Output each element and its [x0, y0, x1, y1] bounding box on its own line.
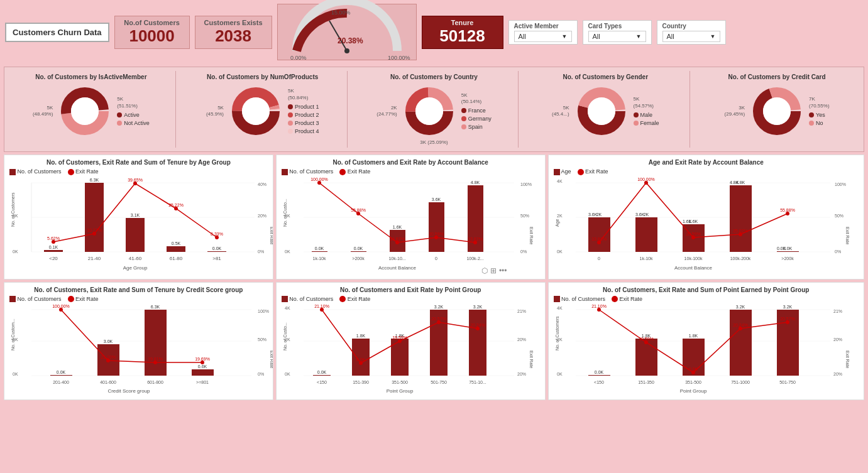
- expand-icon[interactable]: ⊞: [490, 266, 497, 275]
- svg-text:13.82%: 13.82%: [468, 237, 483, 241]
- svg-text:50%: 50%: [520, 214, 529, 218]
- filter-card-types-select[interactable]: All ▼: [588, 31, 646, 42]
- donut-gender-left: 5K(45.4...): [552, 105, 569, 118]
- svg-line-0: [329, 21, 347, 51]
- legend-exit-earned: Exit Rate: [612, 296, 642, 303]
- svg-text:61-80: 61-80: [170, 256, 183, 261]
- chevron-down-icon-2: ▼: [636, 33, 642, 40]
- svg-text:6.3K: 6.3K: [90, 178, 99, 182]
- legend-exit-age2: Exit Rate: [578, 168, 608, 175]
- svg-text:4.8K: 4.8K: [730, 180, 739, 185]
- age-group-chart: No. of Customers, Exit Rate and Sum of T…: [4, 155, 273, 280]
- svg-text:0K: 0K: [13, 249, 18, 254]
- donut-country-legend: France Germany Spain: [461, 107, 492, 130]
- svg-text:201-400: 201-400: [53, 380, 69, 384]
- kpi-exists-label: Customers Exists: [204, 19, 263, 26]
- svg-rect-149: [50, 375, 72, 376]
- svg-text:Exit Rate: Exit Rate: [270, 227, 273, 245]
- filter-icon[interactable]: ⬡: [481, 266, 488, 275]
- donut-credit-svg: [749, 83, 805, 139]
- age-group-svg: No. of Customers Exit Rate 0K 5K 40% 20%…: [9, 177, 273, 274]
- svg-text:41-60: 41-60: [129, 256, 142, 261]
- svg-text:21%: 21%: [833, 309, 842, 313]
- point-earned-legend: No. of Customers Exit Rate: [554, 296, 859, 303]
- donut-country-left: 2K(24.77%): [376, 105, 397, 118]
- svg-text:1k-10k: 1k-10k: [639, 256, 653, 261]
- donut-country-bottom: 3K (25.09%): [420, 139, 448, 145]
- svg-text:100.00%: 100.00%: [388, 55, 410, 61]
- legend-exit-credit: Exit Rate: [68, 296, 99, 303]
- donut-products: No. of Customers by NumOfProducts 5K(45.…: [179, 71, 348, 148]
- svg-text:0K: 0K: [285, 372, 290, 376]
- svg-text:0K: 0K: [285, 249, 290, 254]
- svg-text:0.1K: 0.1K: [49, 245, 58, 249]
- age-exit-svg: Age Exit Rate 0K 2K 4K 100% 50% 0% 2K 2K: [554, 177, 849, 274]
- svg-text:0%: 0%: [520, 249, 527, 254]
- svg-text:Age: Age: [555, 219, 560, 227]
- kpi-customers: No.of Customers 10000: [114, 16, 190, 49]
- kpi-tenure: Tenure 50128: [422, 16, 503, 49]
- donut-active-member-content: 5K(48.49%) 5K(51.51%) Active Not Active: [33, 83, 150, 139]
- svg-text:2K: 2K: [557, 214, 563, 218]
- legend-active: Active: [117, 112, 150, 118]
- donut-products-left: 5K(45.9%): [206, 105, 224, 118]
- svg-text:8.33%: 8.33%: [211, 232, 223, 236]
- gauge-panel: 0.00% 15.00% 100.00% 20.38%: [277, 4, 417, 60]
- svg-text:20.38%: 20.38%: [338, 36, 363, 45]
- svg-text:21%: 21%: [517, 309, 526, 313]
- svg-text:19.59%: 19.59%: [639, 337, 654, 341]
- svg-text:40%: 40%: [258, 182, 266, 187]
- more-icon[interactable]: •••: [499, 266, 507, 275]
- svg-text:20.57%: 20.57%: [780, 317, 795, 321]
- age-exit-account-title: Age and Exit Rate by Account Balance: [554, 159, 859, 166]
- svg-text:1k-10k: 1k-10k: [312, 256, 326, 261]
- age-group-title: No. of Customers, Exit Rate and Sum of T…: [9, 159, 268, 166]
- legend-not-active: Not Active: [117, 120, 150, 126]
- svg-text:No. of Custo...: No. of Custo...: [283, 322, 287, 351]
- svg-text:1.6K: 1.6K: [393, 225, 402, 229]
- donut-credit-card-content: 3K(29.45%) 7K(70.55%) Yes No: [725, 83, 830, 139]
- donut-credit-right: 7K(70.55%) Yes No: [809, 96, 829, 126]
- age-exit-legend: Age Exit Rate: [554, 168, 859, 175]
- svg-text:Account Balance: Account Balance: [674, 265, 713, 271]
- svg-text:0%: 0%: [258, 249, 264, 254]
- svg-text:0%: 0%: [835, 249, 841, 254]
- chart-toolbar: ⬡ ⊞ •••: [481, 266, 507, 275]
- legend-exit-point: Exit Rate: [339, 296, 370, 303]
- svg-text:351-500: 351-500: [685, 380, 701, 384]
- donut-row: No. of Customers by IsActiveMember 5K(48…: [4, 67, 864, 152]
- point-earned-svg: No. of Customers Exit Rate 0K 2K 4K 21% …: [554, 303, 849, 394]
- donut-credit-left: 3K(29.45%): [725, 105, 745, 118]
- donut-country-right: 5K(50.14%) France Germany Spain: [461, 92, 492, 131]
- svg-text:1.6K: 1.6K: [683, 219, 692, 224]
- svg-text:>200k: >200k: [352, 256, 365, 261]
- svg-text:0%: 0%: [258, 372, 264, 376]
- chevron-down-icon: ▼: [562, 33, 568, 40]
- account-balance-legend: No. of Customers Exit Rate: [282, 168, 540, 175]
- age-group-chart-area: No. of Customers Exit Rate 0K 5K 40% 20%…: [9, 177, 268, 275]
- legend-customers-age: No. of Customers: [9, 168, 62, 175]
- donut-active-member-svg: [57, 83, 113, 139]
- svg-text:15.00%: 15.00%: [331, 9, 351, 16]
- svg-rect-110: [635, 217, 657, 252]
- svg-text:>81: >81: [212, 256, 221, 261]
- filter-country-select[interactable]: All ▼: [662, 31, 720, 42]
- svg-text:Age Group: Age Group: [123, 265, 148, 271]
- svg-text:13.82%: 13.82%: [390, 237, 405, 241]
- svg-text:20%: 20%: [833, 372, 842, 376]
- svg-text:10k-100k: 10k-100k: [684, 256, 702, 261]
- svg-text:21.10%: 21.10%: [314, 304, 329, 308]
- filter-active-member-select[interactable]: All ▼: [514, 31, 572, 42]
- svg-rect-41: [167, 246, 185, 252]
- svg-text:0K: 0K: [557, 249, 563, 254]
- svg-text:13.82%: 13.82%: [591, 237, 607, 241]
- chart-row-2: No. of Customers, Exit Rate and Sum of T…: [4, 155, 864, 280]
- donut-country-title: No. of Customers by Country: [390, 73, 478, 80]
- filter-country-label: Country: [662, 23, 720, 30]
- svg-text:Exit Rate: Exit Rate: [270, 351, 273, 369]
- svg-text:20%: 20%: [517, 337, 526, 342]
- legend-male: Male: [634, 112, 659, 118]
- svg-text:21.20%: 21.20%: [101, 355, 116, 359]
- header: Customers Churn Data No.of Customers 100…: [0, 0, 868, 64]
- svg-text:25.22%: 25.22%: [168, 203, 184, 207]
